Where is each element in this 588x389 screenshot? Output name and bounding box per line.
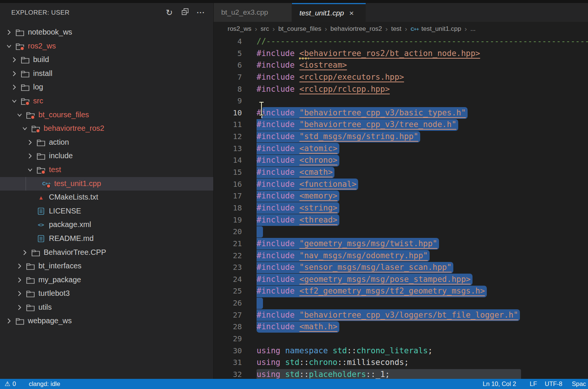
breadcrumb-item-test[interactable]: test <box>391 25 401 33</box>
code-line-28[interactable]: 28#include <math.h> <box>214 321 588 333</box>
tab-test-unit1-cpp[interactable]: test_unit1.cpp× <box>292 3 366 22</box>
breadcrumb-item-ros2-ws[interactable]: ros2_ws <box>228 25 251 33</box>
ellipsis-icon: ··· <box>197 9 205 17</box>
status-ln-10-col-2[interactable]: Ln 10, Col 2 <box>483 379 516 389</box>
tree-item-turtlebot3[interactable]: turtlebot3 <box>0 287 213 301</box>
refresh-icon: ↻ <box>166 8 173 18</box>
tree-item-label: action <box>49 138 69 147</box>
code-line-30[interactable]: 30using namespace std::chrono_literals; <box>214 345 588 357</box>
code-text: #include <rclcpp/rclcpp.hpp> <box>257 83 390 95</box>
chevron-right-icon <box>16 276 23 284</box>
tree-item-readme-md[interactable]: README.md <box>0 232 213 246</box>
include-path-string: "behaviortree_cpp_v3/tree_node.h" <box>299 120 456 129</box>
code-line-14[interactable]: 14#include <chrono> <box>214 154 588 166</box>
code-line-9[interactable]: 9 <box>214 95 588 107</box>
refresh-explorer-button[interactable]: ↻ <box>164 7 175 18</box>
tree-item-behaviortree-ros2[interactable]: behaviortree_ros2 <box>0 122 213 136</box>
code-line-4[interactable]: 4//-------------------------------------… <box>214 36 588 48</box>
status-clangd[interactable]: clangd: idle <box>29 380 60 387</box>
status-lf[interactable]: LF <box>530 379 537 389</box>
breadcrumb-item-bt-course-files[interactable]: bt_course_files <box>278 25 321 33</box>
code-line-13[interactable]: 13#include <atomic> <box>214 143 588 155</box>
tree-item-include[interactable]: include <box>0 149 213 163</box>
tree-item-package-xml[interactable]: <>package.xml <box>0 218 213 232</box>
code-token <box>295 168 299 177</box>
chevron-right-icon <box>11 56 18 64</box>
tree-item-cmakelists-txt[interactable]: ▲CMakeLists.txt <box>0 191 213 204</box>
collapse-folders-button[interactable] <box>179 7 191 18</box>
code-line-24[interactable]: 24#include <geometry_msgs/msg/pose_stamp… <box>214 274 588 286</box>
code-token: std <box>333 346 347 355</box>
code-line-29[interactable]: 29 <box>214 333 588 345</box>
breadcrumb-item-src[interactable]: src <box>261 25 269 33</box>
modified-badge-icon <box>30 115 35 120</box>
tree-item-ros2-ws[interactable]: ros2_ws <box>0 39 213 53</box>
code-line-6[interactable]: 6#include <iostream> <box>214 59 588 71</box>
code-line-12[interactable]: 12#include "std_msgs/msg/string.hpp" <box>214 131 588 143</box>
breadcrumb-item-test-unit1-cpp[interactable]: test_unit1.cpp <box>421 25 461 33</box>
code-line-17[interactable]: 17#include <memory> <box>214 190 588 202</box>
tree-item-install[interactable]: install <box>0 67 213 81</box>
tree-item-test-unit1-cpp[interactable]: C++test_unit1.cpp <box>0 177 213 191</box>
more-actions-button[interactable]: ··· <box>195 7 207 18</box>
tree-item-log[interactable]: log <box>0 80 213 94</box>
code-line-18[interactable]: 18#include <string> <box>214 202 588 214</box>
code-line-15[interactable]: 15#include <cmath> <box>214 166 588 179</box>
tree-item-test[interactable]: test <box>0 163 213 177</box>
tree-item-src[interactable]: src <box>0 94 213 108</box>
code-line-26[interactable]: 26 <box>214 297 588 309</box>
tree-item-action[interactable]: action <box>0 136 213 150</box>
tree-item-bt-course-files[interactable]: bt_course_files <box>0 108 213 122</box>
tree-item-license[interactable]: LICENSE <box>0 204 213 218</box>
code-token <box>295 132 299 141</box>
code-line-8[interactable]: 8#include <rclcpp/rclcpp.hpp> <box>214 83 588 95</box>
code-line-19[interactable]: 19#include <thread> <box>214 214 588 226</box>
tree-item-utils[interactable]: utils <box>0 301 213 315</box>
code-token <box>295 203 299 212</box>
code-line-31[interactable]: 31using std::chrono::milliseconds; <box>214 357 588 369</box>
vscode-window: EXPLORER: USER ↻··· notebook_wsros2_wsbu… <box>0 0 588 389</box>
line-number: 25 <box>214 285 242 297</box>
code-token: :: <box>337 358 347 367</box>
line-number: 11 <box>214 119 242 131</box>
code-token <box>280 358 285 367</box>
tree-item-behaviortree-cpp[interactable]: BehaviorTree.CPP <box>0 246 213 260</box>
code-line-5[interactable]: 5#include <behaviortree_ros2/bt_action_n… <box>214 48 588 60</box>
tree-item-notebook-ws[interactable]: notebook_ws <box>0 26 213 39</box>
tree-item-my-package[interactable]: my_package <box>0 273 213 287</box>
line-number: 18 <box>214 202 242 214</box>
code-token: #include <box>257 120 295 129</box>
modified-badge-icon <box>41 170 46 174</box>
code-token <box>295 310 299 319</box>
code-line-25[interactable]: 25#include <tf2_geometry_msgs/tf2_geomet… <box>214 285 588 297</box>
tree-item-webpage-ws[interactable]: webpage_ws <box>0 314 213 328</box>
chevron-down-icon <box>26 166 34 174</box>
code-line-16[interactable]: 16#include <functional> <box>214 179 588 191</box>
code-line-20[interactable]: 20 <box>214 226 588 238</box>
tree-item-bt-interfaces[interactable]: bt_interfaces <box>0 259 213 273</box>
breadcrumb-trailing-ellipsis[interactable]: ... <box>470 25 476 33</box>
status-spac[interactable]: Spac <box>572 379 586 389</box>
tab-bt-u2-ex3-cpp[interactable]: bt_u2_ex3.cpp <box>214 3 292 22</box>
line-number: 30 <box>214 345 242 357</box>
code-line-22[interactable]: 22#include "nav_msgs/msg/odometry.hpp" <box>214 250 588 262</box>
status-problems[interactable]: ⚠0 <box>5 380 16 388</box>
status-utf-8[interactable]: UTF-8 <box>545 379 562 389</box>
tree-item-build[interactable]: build <box>0 53 213 67</box>
tree-item-label: test <box>49 165 61 174</box>
code-token: :: <box>366 370 375 379</box>
chevron-right-icon <box>16 290 23 297</box>
code-line-23[interactable]: 23#include "sensor_msgs/msg/laser_scan.h… <box>214 262 588 274</box>
tree-item-label: build <box>33 55 49 64</box>
tab-close-icon[interactable]: × <box>349 9 354 17</box>
code-line-7[interactable]: 7#include <rclcpp/executors.hpp> <box>214 71 588 83</box>
code-line-10[interactable]: 10#include "behaviortree_cpp_v3/basic_ty… <box>214 107 588 119</box>
code-token: #include <box>257 263 295 272</box>
code-line-21[interactable]: 21#include "geometry_msgs/msg/twist.hpp" <box>214 238 588 250</box>
include-path-string: "nav_msgs/msg/odometry.hpp" <box>299 251 428 260</box>
code-text: #include "geometry_msgs/msg/twist.hpp" <box>257 238 437 250</box>
code-line-27[interactable]: 27#include "behaviortree_cpp_v3/loggers/… <box>214 309 588 321</box>
code-editor[interactable]: 4//-------------------------------------… <box>214 36 588 379</box>
code-line-11[interactable]: 11#include "behaviortree_cpp_v3/tree_nod… <box>214 119 588 131</box>
breadcrumb-item-behaviortree-ros2[interactable]: behaviortree_ros2 <box>330 25 382 33</box>
